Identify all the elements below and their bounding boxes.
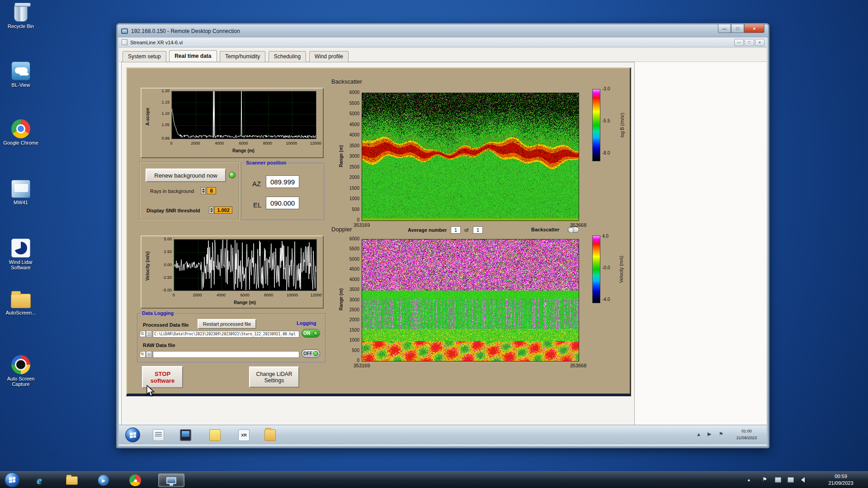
app-titlebar[interactable]: StreamLine XR v14-6.vi — □ × bbox=[119, 38, 767, 47]
taskbar-clock[interactable]: 00:59 21/09/2023 bbox=[819, 473, 863, 487]
action-center-flag-icon[interactable]: ⚑ bbox=[762, 476, 767, 483]
cbtick: -4.0 bbox=[602, 297, 610, 302]
doppler-title: Doppler bbox=[331, 226, 352, 233]
chrome-taskbar-icon[interactable] bbox=[127, 474, 143, 487]
recycle-bin-icon bbox=[14, 5, 28, 22]
hmytick: 500 bbox=[352, 348, 359, 353]
tab-system-setup[interactable]: System setup bbox=[123, 51, 166, 62]
rays-value[interactable]: 8 bbox=[207, 187, 216, 194]
tab-temp-humidity[interactable]: Temp/humidity bbox=[220, 51, 265, 62]
mw41-icon bbox=[11, 180, 30, 198]
tray-caret-icon[interactable]: ▲ bbox=[747, 478, 751, 482]
remote-sticky-icon[interactable] bbox=[209, 429, 221, 441]
desktop-icon-mw41[interactable]: MW41 bbox=[3, 180, 39, 205]
app-close-button[interactable]: × bbox=[755, 39, 764, 46]
snr-spinner[interactable] bbox=[209, 206, 214, 214]
hmytick: 4000 bbox=[349, 277, 359, 282]
desktop-icon-label: Wind Lidar Software bbox=[3, 259, 39, 270]
remote-start-button[interactable] bbox=[125, 427, 140, 442]
az-label: AZ bbox=[252, 180, 261, 188]
hmytick: 2000 bbox=[349, 175, 359, 180]
desktop-icon-recycle-bin[interactable]: Recycle Bin bbox=[3, 5, 39, 29]
rdp-close-button[interactable]: × bbox=[744, 24, 764, 33]
start-button[interactable] bbox=[5, 472, 20, 488]
app-maximize-button[interactable]: □ bbox=[745, 39, 754, 46]
hmytick: 2000 bbox=[349, 317, 359, 322]
remote-taskbar: XR ▲ ▶ ⚑ 01:00 21/09/2023 bbox=[119, 425, 767, 445]
ascope-y-axis-label: A-scope bbox=[145, 99, 150, 135]
rdp-maximize-button[interactable]: □ bbox=[731, 24, 744, 33]
raw-data-file-label: RAW Data file bbox=[143, 343, 175, 348]
remote-volume-icon[interactable]: ▶ bbox=[708, 431, 711, 437]
media-player-taskbar-icon[interactable]: ▶ bbox=[96, 474, 111, 487]
desktop-icon-google-chrome[interactable]: Google Chrome bbox=[3, 119, 39, 145]
ie-taskbar-icon[interactable]: e bbox=[32, 474, 47, 487]
remote-explorer-icon[interactable] bbox=[264, 429, 276, 441]
desktop-icon-autoscreen[interactable]: AutoScreen... bbox=[3, 289, 39, 315]
remote-tray-caret-icon[interactable]: ▲ bbox=[696, 432, 701, 437]
rdp-minimize-button[interactable]: — bbox=[718, 24, 731, 33]
remote-action-center-flag-icon[interactable]: ⚑ bbox=[719, 431, 723, 437]
raw-path-field[interactable] bbox=[153, 351, 299, 358]
raw-drive-icon[interactable]: C bbox=[140, 351, 146, 357]
network-icon[interactable] bbox=[775, 477, 781, 483]
desktop-icon-auto-screen-capture[interactable]: Auto Screen Capture bbox=[3, 355, 39, 387]
hmytick: 3500 bbox=[349, 287, 359, 292]
tab-wind-profile[interactable]: Wind profile bbox=[309, 51, 349, 62]
scanner-position-title: Scanner position bbox=[245, 160, 288, 166]
change-lidar-settings-button[interactable]: Change LiDAR Settings bbox=[249, 366, 299, 388]
processed-logging-toggle[interactable]: ON bbox=[302, 329, 320, 338]
processed-drive-icon[interactable]: C bbox=[140, 331, 146, 337]
ytick: 2.50 bbox=[164, 249, 172, 254]
remote-desktop-icon bbox=[166, 477, 176, 484]
xtick: 10000 bbox=[287, 293, 298, 297]
rays-spinner[interactable] bbox=[201, 187, 206, 194]
tab-scheduling[interactable]: Scheduling bbox=[269, 51, 306, 62]
xtick: 4000 bbox=[215, 141, 224, 145]
ytick: 0.00 bbox=[164, 263, 172, 267]
desktop-icon-bl-view[interactable]: BL-View bbox=[3, 61, 39, 88]
desktop-icon-label: Auto Screen Capture bbox=[3, 376, 39, 387]
az-value-field: 089.999 bbox=[266, 175, 299, 188]
processed-browse-icon[interactable] bbox=[146, 331, 152, 337]
average-total-field[interactable]: 1 bbox=[473, 226, 483, 234]
raw-logging-toggle[interactable]: OFF bbox=[302, 349, 320, 358]
snr-value[interactable]: 1.002 bbox=[214, 206, 232, 214]
host-taskbar: e ▶ ▲ ⚑ 00:59 21/09/2023 bbox=[0, 471, 868, 488]
raw-browse-icon[interactable] bbox=[146, 351, 152, 357]
restart-processed-file-button[interactable]: Restart processed file bbox=[198, 319, 256, 329]
processed-path-field[interactable]: C:\LiDAR\Data\Proc\2023\202309\20230921\… bbox=[153, 331, 299, 338]
remote-display-icon[interactable] bbox=[180, 429, 191, 441]
remote-notepad-icon[interactable] bbox=[153, 429, 164, 441]
average-number-field[interactable]: 1 bbox=[451, 226, 461, 234]
front-panel: A-scope Range (m) 1.201.151.101.050.9902… bbox=[126, 67, 631, 396]
hmytick: 2500 bbox=[349, 164, 359, 169]
backscatter-toggle-label: Backscatter bbox=[531, 227, 559, 232]
rdp-taskbar-button[interactable] bbox=[158, 474, 184, 487]
rdp-titlebar[interactable]: 192.168.0.150 - Remote Desktop Connectio… bbox=[118, 24, 768, 38]
xtick: 4000 bbox=[217, 293, 226, 297]
xtick: 8000 bbox=[264, 293, 273, 297]
renew-background-button[interactable]: Renew background now bbox=[146, 169, 226, 182]
windows-flag-icon bbox=[130, 432, 136, 438]
tab-real-time-data[interactable]: Real time data bbox=[169, 50, 217, 61]
velocity-y-axis-label: Velocity (m/s) bbox=[145, 244, 150, 287]
velocity-x-axis-label: Range (m) bbox=[174, 300, 316, 305]
xtick: 10000 bbox=[286, 141, 297, 145]
app-window-icon bbox=[122, 39, 127, 45]
hmytick: 5500 bbox=[349, 101, 359, 106]
hmytick: 5500 bbox=[349, 246, 359, 251]
app-minimize-button[interactable]: — bbox=[734, 39, 744, 46]
xtick: 6000 bbox=[240, 293, 249, 297]
explorer-taskbar-icon[interactable] bbox=[64, 474, 80, 487]
desktop-icon-wind-lidar[interactable]: Wind Lidar Software bbox=[3, 239, 39, 270]
display-tray-icon[interactable] bbox=[788, 477, 794, 483]
remote-clock[interactable]: 01:00 21/09/2023 bbox=[736, 428, 757, 441]
cbtick: -5.5 bbox=[602, 118, 610, 123]
snr-threshold-label: Display SNR threshold bbox=[146, 208, 200, 213]
cbtick: 4.0 bbox=[602, 234, 609, 239]
volume-icon[interactable] bbox=[801, 477, 805, 483]
scanner-position-group: Scanner position AZ 089.999 EL 090.000 bbox=[241, 163, 324, 220]
remote-xr-app-icon[interactable]: XR bbox=[238, 429, 250, 441]
velocity-chart bbox=[174, 239, 317, 291]
